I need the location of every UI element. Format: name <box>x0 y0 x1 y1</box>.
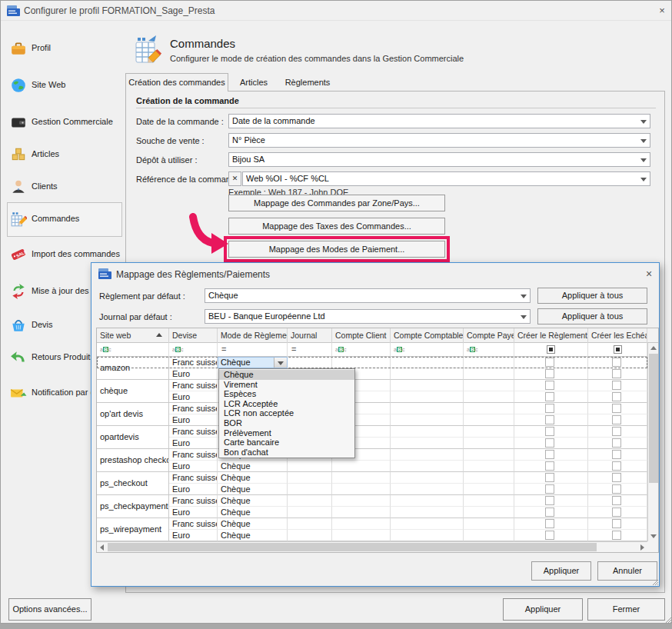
sidebar-item-clients[interactable]: Clients <box>7 178 122 196</box>
horizontal-scroll-thumb[interactable] <box>108 543 597 551</box>
empty-cell[interactable] <box>391 414 464 426</box>
mode-reglement-cell[interactable]: Chèque <box>218 495 288 507</box>
devise-cell[interactable]: Euro <box>169 414 218 426</box>
empty-cell[interactable] <box>332 472 391 484</box>
date-commande-combobox[interactable]: Date de la commande <box>228 114 650 128</box>
creer-reglement-checkbox[interactable] <box>545 392 554 401</box>
filter-cell[interactable]: aBc <box>332 343 391 357</box>
tab-articles[interactable]: Articles <box>231 75 276 91</box>
options-avancees-button[interactable]: Options avancées... <box>8 598 91 621</box>
empty-cell[interactable] <box>288 518 332 530</box>
mode-reglement-cell[interactable]: Chèque <box>218 518 288 530</box>
vertical-scroll-thumb[interactable] <box>649 354 658 483</box>
devise-cell[interactable]: Franc suisse <box>169 449 218 461</box>
empty-cell[interactable] <box>391 518 464 530</box>
creer-echeances-checkbox[interactable] <box>612 381 621 390</box>
mapping-button-mappage-des-taxes-des-commandes[interactable]: Mappage des Taxes des Commandes... <box>228 218 445 235</box>
column-header-devise[interactable]: Devise <box>169 328 218 343</box>
empty-cell[interactable] <box>332 484 391 495</box>
column-header-compte-client[interactable]: Compte Client <box>332 328 391 343</box>
empty-cell[interactable] <box>464 518 514 530</box>
filter-cell[interactable] <box>514 343 588 357</box>
mode-reglement-editor[interactable]: Chèque <box>218 357 288 368</box>
creer-echeances-checkbox[interactable] <box>612 358 621 367</box>
empty-cell[interactable] <box>391 426 464 438</box>
scroll-left-arrow[interactable] <box>97 542 108 553</box>
creer-reglement-checkbox[interactable] <box>545 450 554 459</box>
empty-cell[interactable] <box>391 357 464 368</box>
creer-echeances-cell[interactable] <box>588 449 647 461</box>
devise-cell[interactable]: Franc suisse <box>169 357 218 368</box>
chevron-down-icon[interactable] <box>637 172 650 185</box>
devise-cell[interactable]: Franc suisse <box>169 518 218 530</box>
window-apply-button[interactable]: Appliquer <box>503 598 583 621</box>
empty-cell[interactable] <box>391 507 464 518</box>
creer-echeances-checkbox[interactable] <box>612 496 621 505</box>
creer-reglement-cell[interactable] <box>514 380 588 391</box>
devise-cell[interactable]: Franc suisse <box>169 472 218 484</box>
column-header-compte-payeur[interactable]: Compte Payeur <box>464 328 514 343</box>
site-cell[interactable]: amazon <box>97 357 169 380</box>
empty-cell[interactable] <box>464 368 514 380</box>
empty-cell[interactable] <box>332 518 391 530</box>
creer-reglement-cell[interactable] <box>514 449 588 461</box>
creer-echeances-checkbox[interactable] <box>612 531 621 540</box>
mapping-button-mappage-des-modes-de-paiement[interactable]: Mappage des Modes de Paiement... <box>228 241 445 258</box>
devise-cell[interactable]: Euro <box>169 391 218 403</box>
dropdown-option[interactable]: Bon d'achat <box>219 448 354 458</box>
filter-cell[interactable]: aBc <box>464 343 514 357</box>
tab-reglements[interactable]: Règlements <box>279 75 336 91</box>
creer-echeances-cell[interactable] <box>588 403 647 414</box>
creer-echeances-checkbox[interactable] <box>612 369 621 378</box>
creer-reglement-cell[interactable] <box>514 414 588 426</box>
empty-cell[interactable] <box>464 461 514 472</box>
empty-cell[interactable] <box>332 507 391 518</box>
sidebar-item-commandes[interactable]: Commandes <box>7 210 122 228</box>
devise-cell[interactable]: Franc suisse <box>169 380 218 391</box>
empty-cell[interactable] <box>464 530 514 541</box>
creer-echeances-checkbox[interactable] <box>612 473 621 482</box>
empty-cell[interactable] <box>464 438 514 449</box>
dropdown-option[interactable]: Chèque <box>219 370 354 380</box>
empty-cell[interactable] <box>288 357 332 368</box>
creer-echeances-checkbox[interactable] <box>612 450 621 459</box>
creer-reglement-checkbox[interactable] <box>545 404 554 413</box>
site-cell[interactable]: ps_checkpayment <box>97 495 169 518</box>
editor-dropdown-button[interactable] <box>274 358 287 368</box>
tab-creation-des-commandes[interactable]: Création des commandes <box>125 73 228 92</box>
dropdown-option[interactable]: Espèces <box>219 389 354 399</box>
creer-echeances-cell[interactable] <box>588 530 647 541</box>
dropdown-option[interactable]: Carte bancaire <box>219 438 354 448</box>
creer-reglement-checkbox[interactable] <box>545 369 554 378</box>
chevron-down-icon[interactable] <box>637 134 650 147</box>
column-header-journal[interactable]: Journal <box>288 328 332 343</box>
empty-cell[interactable] <box>391 472 464 484</box>
empty-cell[interactable] <box>464 414 514 426</box>
creer-reglement-cell[interactable] <box>514 403 588 414</box>
creer-reglement-checkbox[interactable] <box>545 381 554 390</box>
dropdown-option[interactable]: Virement <box>219 380 354 390</box>
creer-reglement-checkbox[interactable] <box>545 427 554 436</box>
creer-reglement-cell[interactable] <box>514 368 588 380</box>
creer-echeances-cell[interactable] <box>588 414 647 426</box>
creer-echeances-checkbox[interactable] <box>612 415 621 424</box>
sidebar-item-articles[interactable]: Articles <box>7 145 122 164</box>
dialog-close-button[interactable]: × <box>642 268 656 281</box>
empty-cell[interactable] <box>332 530 391 541</box>
site-cell[interactable]: ps_wirepayment <box>97 518 169 541</box>
scroll-up-arrow[interactable] <box>648 343 659 354</box>
empty-cell[interactable] <box>391 438 464 449</box>
creer-echeances-cell[interactable] <box>588 518 647 530</box>
creer-echeances-cell[interactable] <box>588 472 647 484</box>
devise-cell[interactable]: Euro <box>169 461 218 472</box>
creer-echeances-cell[interactable] <box>588 495 647 507</box>
creer-echeances-cell[interactable] <box>588 391 647 403</box>
empty-cell[interactable] <box>332 461 391 472</box>
creer-reglement-cell[interactable] <box>514 438 588 449</box>
depot-combobox[interactable]: Bijou SA <box>228 152 650 167</box>
empty-cell[interactable] <box>391 461 464 472</box>
creer-echeances-cell[interactable] <box>588 380 647 391</box>
creer-reglement-checkbox[interactable] <box>545 508 554 517</box>
chevron-down-icon[interactable] <box>637 115 650 128</box>
creer-reglement-cell[interactable] <box>514 472 588 484</box>
